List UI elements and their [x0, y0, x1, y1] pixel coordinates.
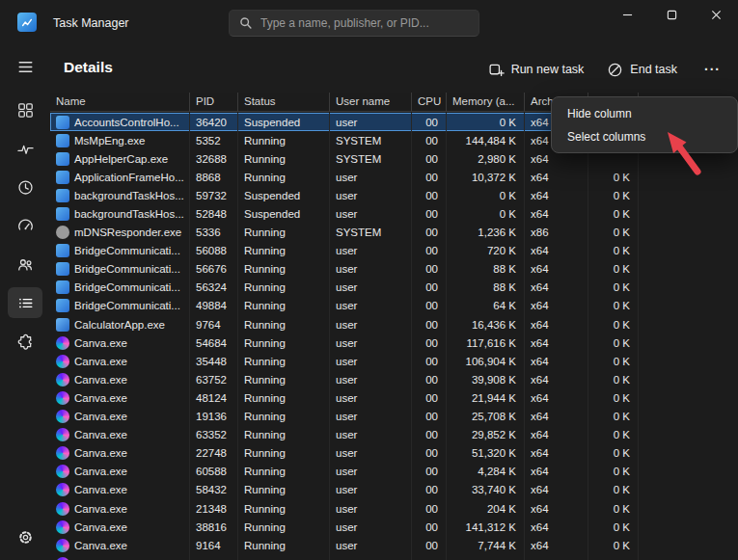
- cell-memory: 1,236 K: [447, 224, 525, 242]
- process-icon: [56, 391, 69, 405]
- cell-user: user: [330, 333, 412, 352]
- sidebar-item-startup-apps[interactable]: [8, 210, 42, 241]
- cell-name: mDNSResponder.exe: [50, 224, 190, 242]
- cell-name: BridgeCommunicati...: [50, 260, 190, 279]
- table-row[interactable]: Canva.exe 58432 Running user 00 33,740 K…: [50, 481, 639, 499]
- cell-name: Canva.exe: [50, 481, 190, 499]
- table-row[interactable]: Canva.exe 35448 Running user 00 106,904 …: [50, 352, 639, 370]
- sidebar: [0, 46, 50, 560]
- cell-cpu: 00: [412, 186, 447, 204]
- cell-pid: 36420: [190, 113, 238, 131]
- sidebar-item-settings[interactable]: [8, 521, 42, 552]
- cell-memory: 33,740 K: [447, 481, 525, 499]
- page-title: Details: [64, 59, 113, 76]
- cell-cpu: 00: [412, 168, 447, 186]
- cell-extra: 0 K: [588, 297, 639, 315]
- table-row[interactable]: Canva.exe 19136 Running user 00 25,708 K…: [50, 408, 639, 426]
- cell-extra: 0 K: [588, 536, 639, 554]
- table-row[interactable]: Canva.exe 21348 Running user 00 204 K x6…: [50, 499, 639, 518]
- cell-cpu: 00: [412, 481, 447, 499]
- table-row[interactable]: BridgeCommunicati... 56676 Running user …: [50, 260, 639, 279]
- run-new-task-button[interactable]: Run new task: [488, 62, 585, 78]
- table-row[interactable]: AppHelperCap.exe 32688 Running SYSTEM 00…: [50, 149, 639, 168]
- table-row[interactable]: Canva.exe 63352 Running user 00 29,852 K…: [50, 426, 639, 444]
- cell-cpu: 00: [412, 260, 447, 279]
- cell-user: user: [330, 297, 412, 315]
- search-input[interactable]: [260, 16, 469, 30]
- cell-extra: 0 K: [588, 204, 639, 223]
- cell-name: BridgeCommunicati...: [50, 279, 190, 297]
- cell-user: user: [330, 388, 412, 407]
- cell-memory: 2,980 K: [447, 149, 525, 168]
- table-row[interactable]: CalculatorApp.exe 9764 Running user 00 1…: [50, 315, 639, 333]
- column-header-name[interactable]: Name: [50, 93, 190, 111]
- cell-name: Canva.exe: [50, 370, 190, 388]
- process-icon: [56, 465, 69, 478]
- table-row[interactable]: ApplicationFrameHo... 8868 Running user …: [50, 168, 639, 186]
- command-bar: Details Run new task End task ···: [50, 46, 738, 93]
- new-task-icon: [488, 62, 505, 78]
- sidebar-item-services[interactable]: [8, 326, 42, 357]
- minimize-button[interactable]: [605, 0, 649, 29]
- cell-user: user: [330, 444, 412, 463]
- table-row[interactable]: Canva.exe 38816 Running user 00 141,312 …: [50, 518, 639, 536]
- cell-name: Canva.exe: [50, 333, 190, 352]
- more-options-button[interactable]: ···: [700, 62, 724, 77]
- cell-user: user: [330, 204, 412, 223]
- column-header-pid[interactable]: PID: [190, 93, 238, 111]
- cell-memory: 106,904 K: [447, 352, 525, 370]
- menu-item-select-columns[interactable]: Select columns: [556, 125, 733, 147]
- search-box[interactable]: [229, 10, 479, 37]
- sidebar-item-performance[interactable]: [8, 133, 42, 164]
- table-row[interactable]: Canva.exe 9164 Running user 00 7,744 K x…: [50, 536, 639, 554]
- cell-user: user: [330, 113, 412, 131]
- table-row[interactable]: backgroundTaskHos... 52848 Suspended use…: [50, 204, 639, 223]
- process-icon: [56, 152, 69, 166]
- cell-name: BridgeCommunicati...: [50, 297, 190, 315]
- table-row[interactable]: Canva.exe 22748 Running user 00 51,320 K…: [50, 444, 639, 463]
- table-row[interactable]: backgroundTaskHos... 59732 Suspended use…: [50, 186, 639, 204]
- cell-extra: 0 K: [588, 481, 639, 499]
- process-icon: [56, 244, 69, 257]
- cell-arch: x64: [525, 518, 588, 536]
- sidebar-item-app-history[interactable]: [8, 172, 42, 202]
- maximize-button[interactable]: [649, 0, 694, 29]
- cell-pid: 21348: [190, 499, 238, 518]
- table-row[interactable]: BridgeCommunicati... 56088 Running user …: [50, 242, 639, 260]
- cell-status: Running: [238, 444, 330, 463]
- task-manager-app-icon: [17, 13, 37, 32]
- column-header-status[interactable]: Status: [238, 93, 330, 111]
- cell-status: Running: [238, 463, 330, 481]
- sidebar-item-menu[interactable]: [8, 54, 42, 79]
- table-row[interactable]: BridgeCommunicati... 49884 Running user …: [50, 297, 639, 315]
- cell-name: Canva.exe: [50, 554, 190, 560]
- cell-extra: 0 K: [588, 463, 639, 481]
- close-button[interactable]: [694, 0, 738, 29]
- sidebar-item-users[interactable]: [8, 249, 42, 280]
- end-task-button[interactable]: End task: [607, 62, 677, 78]
- cell-user: user: [330, 186, 412, 204]
- table-row[interactable]: mDNSResponder.exe 5336 Running SYSTEM 00…: [50, 224, 639, 242]
- column-header-memory[interactable]: Memory (a...: [447, 93, 525, 111]
- column-header-cpu[interactable]: CPU: [412, 93, 447, 111]
- cell-extra: 0 K: [588, 426, 639, 444]
- table-row[interactable]: BridgeCommunicati... 56324 Running user …: [50, 279, 639, 297]
- column-header-user[interactable]: User name: [330, 93, 412, 111]
- table-row[interactable]: Canva.exe 60588 Running user 00 4,284 K …: [50, 463, 639, 481]
- sidebar-item-processes[interactable]: [8, 94, 42, 125]
- cell-arch: x64: [525, 426, 588, 444]
- process-icon: [56, 446, 69, 460]
- table-row[interactable]: Canva.exe 48124 Running user 00 21,944 K…: [50, 388, 639, 407]
- table-row[interactable]: Canva.exe 63752 Running user 00 39,908 K…: [50, 370, 639, 388]
- users-icon: [16, 255, 35, 274]
- table-row[interactable]: Canva.exe 54684 Running user 00 117,616 …: [50, 333, 639, 352]
- sidebar-item-details[interactable]: [8, 287, 42, 318]
- cell-cpu: 00: [412, 333, 447, 352]
- menu-item-hide-column[interactable]: Hide column: [556, 102, 733, 124]
- cell-memory: 204 K: [447, 499, 525, 518]
- search-icon: [239, 16, 253, 30]
- cell-status: Running: [238, 315, 330, 333]
- cell-memory: 10,372 K: [447, 168, 525, 186]
- table-row[interactable]: Canva.exe: [50, 554, 639, 560]
- cell-name: backgroundTaskHos...: [50, 186, 190, 204]
